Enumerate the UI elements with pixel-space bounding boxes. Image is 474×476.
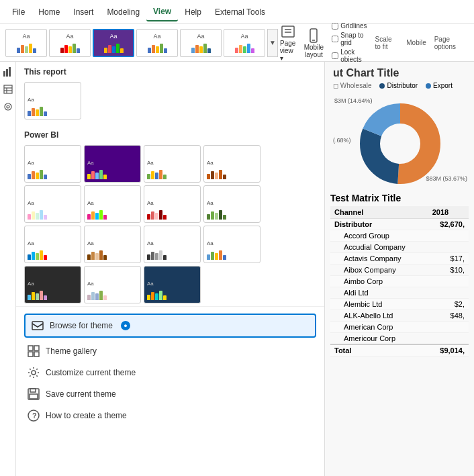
svg-rect-6 xyxy=(6,69,8,77)
table-row: Actavis Company$17, xyxy=(330,253,469,265)
col-2018: 2018 xyxy=(428,206,469,219)
page-view-btn[interactable]: Page view ▾ xyxy=(280,23,296,62)
svg-text:?: ? xyxy=(32,412,37,420)
ribbon-theme-4[interactable]: Aa xyxy=(136,29,178,57)
svg-rect-17 xyxy=(28,352,33,356)
table-row: ALK-Abello Ltd$48, xyxy=(330,310,469,322)
theme-card-8[interactable]: Aa xyxy=(203,185,260,223)
svg-rect-14 xyxy=(32,322,43,330)
howto-icon: ? xyxy=(27,409,40,422)
gridlines-checkbox[interactable] xyxy=(332,23,338,30)
ribbon-scroll-btn[interactable]: ▼ xyxy=(267,29,278,57)
svg-point-12 xyxy=(5,103,11,110)
svg-rect-21 xyxy=(30,389,36,392)
theme-card-6[interactable]: Aa xyxy=(84,185,141,223)
ribbon-theme-2[interactable]: Aa xyxy=(49,29,91,57)
theme-card-3[interactable]: Aa xyxy=(144,145,201,183)
chart-title: ut Chart Title xyxy=(333,67,466,79)
theme-gallery-btn[interactable]: Theme gallery xyxy=(24,340,316,362)
browse-badge: ● xyxy=(121,321,130,330)
menu-home[interactable]: Home xyxy=(32,3,66,21)
ribbon-theme-3[interactable]: Aa xyxy=(93,29,134,57)
table-row: Aibox Company$10, xyxy=(330,265,469,276)
theme-card-7[interactable]: Aa xyxy=(144,185,201,223)
save-theme-btn[interactable]: Save current theme xyxy=(24,383,316,405)
this-report-header: This report xyxy=(16,62,324,79)
table-row: Accudial Company xyxy=(330,242,469,253)
svg-rect-8 xyxy=(4,85,12,93)
this-report-theme[interactable]: Aa xyxy=(24,82,81,120)
browse-theme-btn[interactable]: Browse for theme ● xyxy=(24,314,316,338)
sidebar-icon-format[interactable] xyxy=(2,101,14,113)
snap-grid-checkbox[interactable] xyxy=(332,36,338,42)
matrix-table: Channel 2018 Distributor$2,670,Accord Gr… xyxy=(330,206,469,356)
menu-external-tools[interactable]: External Tools xyxy=(208,3,272,21)
table-row: Americour Corp xyxy=(330,333,469,345)
page-options-label[interactable]: Page options xyxy=(434,36,463,50)
svg-rect-7 xyxy=(9,67,11,77)
svg-point-28 xyxy=(381,124,420,163)
theme-card-13[interactable]: Aa xyxy=(24,266,81,303)
svg-rect-22 xyxy=(30,394,38,399)
ribbon: Aa Aa Aa Aa xyxy=(0,24,474,62)
bottom-actions: Browse for theme ● Theme gallery Customi… xyxy=(16,306,324,430)
svg-point-13 xyxy=(7,105,9,108)
ribbon-theme-6[interactable]: Aa xyxy=(224,29,265,57)
theme-card-2[interactable]: Aa xyxy=(84,145,141,183)
howto-theme-btn[interactable]: ? How to create a theme xyxy=(24,405,316,426)
svg-rect-16 xyxy=(34,346,39,350)
theme-card-12[interactable]: Aa xyxy=(203,226,260,263)
legend-export: Export xyxy=(426,82,453,89)
sidebar-icon-table[interactable] xyxy=(2,83,14,95)
table-row: Aldi Ltd xyxy=(330,287,469,299)
theme-card-10[interactable]: Aa xyxy=(84,226,141,263)
theme-card-15[interactable]: Aa xyxy=(144,266,201,303)
power-bi-header: Power BI xyxy=(16,125,324,142)
theme-grid: Aa Aa Aa xyxy=(16,142,324,306)
ribbon-theme-5[interactable]: Aa xyxy=(180,29,222,57)
donut-label-1: $3M (14.64%) xyxy=(334,97,373,104)
theme-card-1[interactable]: Aa xyxy=(24,145,81,183)
theme-card-11[interactable]: Aa xyxy=(144,226,201,263)
table-title: Test Matrix Title xyxy=(330,193,469,203)
customize-theme-btn[interactable]: Customize current theme xyxy=(24,362,316,383)
menu-insert[interactable]: Insert xyxy=(66,3,100,21)
customize-icon xyxy=(27,366,40,379)
theme-card-9[interactable]: Aa xyxy=(24,226,81,263)
menu-modeling[interactable]: Modeling xyxy=(100,3,146,21)
mobile-btn[interactable]: Mobile xyxy=(406,39,426,46)
lock-objects-checkbox[interactable] xyxy=(332,52,338,59)
legend-distributor: Distributor xyxy=(379,82,418,89)
table-row: Distributor$2,670, xyxy=(330,219,469,230)
theme-card-14[interactable]: Aa xyxy=(84,266,141,303)
table-total-row: Total$9,014, xyxy=(330,344,469,356)
svg-point-19 xyxy=(32,371,36,375)
sidebar-icon-bar[interactable] xyxy=(2,66,14,78)
dropdown-panel: This report Aa Power BI Aa xyxy=(16,62,325,476)
svg-rect-0 xyxy=(282,26,294,37)
table-row: Accord Group xyxy=(330,230,469,242)
menu-view[interactable]: View xyxy=(146,3,178,21)
scale-to-fit-btn[interactable]: Scale to fit xyxy=(375,36,399,50)
table-header: Channel 2018 xyxy=(330,206,469,219)
main-layout: This report Aa Power BI Aa xyxy=(0,62,474,476)
ribbon-theme-1[interactable]: Aa xyxy=(5,29,47,57)
donut-label-3: $83M (53.67%) xyxy=(426,175,467,182)
donut-label-2: (.68%) xyxy=(333,137,351,144)
table-row: Alembic Ltd$2, xyxy=(330,299,469,310)
donut-chart: $3M (14.64%) (.68%) $83M (53.67%) xyxy=(333,93,467,187)
mobile-layout-btn[interactable]: Mobile layout xyxy=(304,28,324,58)
content-area: ut Chart Title ◻ Wholesale Distributor E… xyxy=(325,62,474,476)
col-channel: Channel xyxy=(330,206,428,219)
menu-file[interactable]: File xyxy=(5,3,32,21)
menu-help[interactable]: Help xyxy=(178,3,208,21)
svg-rect-5 xyxy=(3,71,5,77)
theme-card-5[interactable]: Aa xyxy=(24,185,81,223)
svg-rect-15 xyxy=(28,346,33,350)
theme-card-4[interactable]: Aa xyxy=(203,145,260,183)
page-options: Gridlines Snap to grid Lock objects xyxy=(332,22,367,63)
table-row: American Corp xyxy=(330,322,469,333)
sidebar-icons xyxy=(0,62,16,476)
svg-rect-18 xyxy=(34,352,39,356)
chart-section: ut Chart Title ◻ Wholesale Distributor E… xyxy=(325,62,474,193)
